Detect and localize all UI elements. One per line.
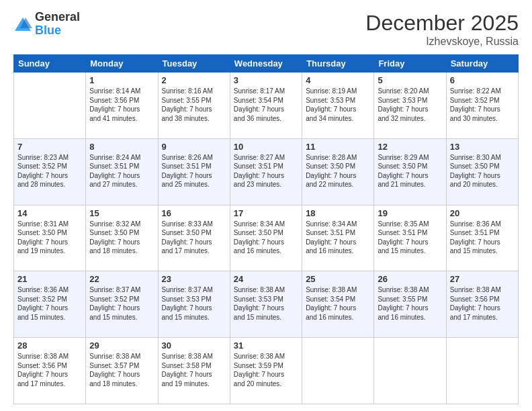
title-block: December 2025 Izhevskoye, Russia — [365, 11, 519, 48]
day-info: Sunrise: 8:26 AM Sunset: 3:51 PM Dayligh… — [162, 153, 226, 189]
header: General Blue December 2025 Izhevskoye, R… — [13, 11, 519, 48]
day-number: 27 — [450, 274, 515, 284]
day-number: 30 — [162, 340, 226, 351]
month-title: December 2025 — [365, 11, 519, 36]
day-info: Sunrise: 8:38 AM Sunset: 3:57 PM Dayligh… — [89, 352, 154, 388]
day-number: 9 — [162, 142, 226, 152]
day-info: Sunrise: 8:38 AM Sunset: 3:58 PM Dayligh… — [162, 352, 226, 388]
day-number: 13 — [450, 142, 515, 152]
day-number: 28 — [17, 340, 82, 351]
day-number: 24 — [234, 274, 298, 284]
calendar-cell: 28Sunrise: 8:38 AM Sunset: 3:56 PM Dayli… — [14, 338, 86, 404]
day-number: 6 — [450, 75, 515, 85]
day-number: 17 — [234, 208, 298, 218]
calendar-cell: 23Sunrise: 8:37 AM Sunset: 3:53 PM Dayli… — [158, 271, 230, 338]
calendar-table: SundayMondayTuesdayWednesdayThursdayFrid… — [13, 54, 519, 404]
weekday-wednesday: Wednesday — [230, 55, 302, 73]
calendar-cell: 3Sunrise: 8:17 AM Sunset: 3:54 PM Daylig… — [230, 73, 302, 139]
day-number: 14 — [17, 208, 82, 218]
calendar-cell — [446, 338, 518, 404]
calendar-cell: 2Sunrise: 8:16 AM Sunset: 3:55 PM Daylig… — [158, 73, 230, 139]
week-row-3: 14Sunrise: 8:31 AM Sunset: 3:50 PM Dayli… — [14, 205, 519, 271]
location-title: Izhevskoye, Russia — [365, 36, 519, 48]
calendar-cell: 14Sunrise: 8:31 AM Sunset: 3:50 PM Dayli… — [14, 205, 86, 271]
day-number: 12 — [378, 142, 442, 152]
logo-text: General Blue — [35, 11, 80, 38]
calendar-cell: 6Sunrise: 8:22 AM Sunset: 3:52 PM Daylig… — [446, 73, 518, 139]
calendar-cell: 7Sunrise: 8:23 AM Sunset: 3:52 PM Daylig… — [14, 138, 86, 205]
day-number: 3 — [234, 75, 298, 85]
day-number: 18 — [306, 208, 370, 218]
calendar-cell: 4Sunrise: 8:19 AM Sunset: 3:53 PM Daylig… — [302, 73, 374, 139]
calendar-cell: 22Sunrise: 8:37 AM Sunset: 3:52 PM Dayli… — [86, 271, 158, 338]
calendar-cell — [374, 338, 446, 404]
calendar-cell: 10Sunrise: 8:27 AM Sunset: 3:51 PM Dayli… — [230, 138, 302, 205]
calendar-cell: 8Sunrise: 8:24 AM Sunset: 3:51 PM Daylig… — [86, 138, 158, 205]
calendar-cell: 12Sunrise: 8:29 AM Sunset: 3:50 PM Dayli… — [374, 138, 446, 205]
day-info: Sunrise: 8:35 AM Sunset: 3:51 PM Dayligh… — [378, 220, 442, 256]
day-number: 10 — [234, 142, 298, 152]
calendar-cell: 27Sunrise: 8:38 AM Sunset: 3:56 PM Dayli… — [446, 271, 518, 338]
calendar-cell: 31Sunrise: 8:38 AM Sunset: 3:59 PM Dayli… — [230, 338, 302, 404]
calendar-cell: 19Sunrise: 8:35 AM Sunset: 3:51 PM Dayli… — [374, 205, 446, 271]
day-info: Sunrise: 8:34 AM Sunset: 3:50 PM Dayligh… — [234, 220, 298, 256]
day-info: Sunrise: 8:19 AM Sunset: 3:53 PM Dayligh… — [306, 87, 370, 123]
day-number: 15 — [89, 208, 154, 218]
calendar-cell — [14, 73, 86, 139]
day-info: Sunrise: 8:16 AM Sunset: 3:55 PM Dayligh… — [162, 87, 226, 123]
weekday-friday: Friday — [374, 55, 446, 73]
calendar-cell: 26Sunrise: 8:38 AM Sunset: 3:55 PM Dayli… — [374, 271, 446, 338]
calendar-cell: 21Sunrise: 8:36 AM Sunset: 3:52 PM Dayli… — [14, 271, 86, 338]
weekday-saturday: Saturday — [446, 55, 518, 73]
logo-blue: Blue — [35, 24, 80, 38]
day-info: Sunrise: 8:37 AM Sunset: 3:53 PM Dayligh… — [162, 285, 226, 322]
day-info: Sunrise: 8:38 AM Sunset: 3:56 PM Dayligh… — [450, 285, 515, 322]
week-row-2: 7Sunrise: 8:23 AM Sunset: 3:52 PM Daylig… — [14, 138, 519, 205]
day-info: Sunrise: 8:36 AM Sunset: 3:51 PM Dayligh… — [450, 220, 515, 256]
day-number: 25 — [306, 274, 370, 284]
week-row-1: 1Sunrise: 8:14 AM Sunset: 3:56 PM Daylig… — [14, 73, 519, 139]
day-number: 22 — [89, 274, 154, 284]
day-number: 29 — [89, 340, 154, 351]
weekday-sunday: Sunday — [14, 55, 86, 73]
day-info: Sunrise: 8:29 AM Sunset: 3:50 PM Dayligh… — [378, 153, 442, 189]
day-number: 8 — [89, 142, 154, 152]
logo-general: General — [35, 11, 80, 24]
day-info: Sunrise: 8:20 AM Sunset: 3:53 PM Dayligh… — [378, 87, 442, 123]
day-number: 23 — [162, 274, 226, 284]
calendar-cell: 11Sunrise: 8:28 AM Sunset: 3:50 PM Dayli… — [302, 138, 374, 205]
day-info: Sunrise: 8:33 AM Sunset: 3:50 PM Dayligh… — [162, 220, 226, 256]
logo-icon — [13, 15, 32, 34]
day-number: 21 — [17, 274, 82, 284]
day-info: Sunrise: 8:32 AM Sunset: 3:50 PM Dayligh… — [89, 220, 154, 256]
weekday-thursday: Thursday — [302, 55, 374, 73]
page: General Blue December 2025 Izhevskoye, R… — [0, 0, 532, 411]
day-number: 4 — [306, 75, 370, 85]
day-info: Sunrise: 8:28 AM Sunset: 3:50 PM Dayligh… — [306, 153, 370, 189]
calendar-cell: 15Sunrise: 8:32 AM Sunset: 3:50 PM Dayli… — [86, 205, 158, 271]
day-number: 1 — [89, 75, 154, 85]
day-info: Sunrise: 8:38 AM Sunset: 3:59 PM Dayligh… — [234, 352, 298, 388]
day-number: 26 — [378, 274, 442, 284]
calendar-cell: 20Sunrise: 8:36 AM Sunset: 3:51 PM Dayli… — [446, 205, 518, 271]
calendar-cell: 24Sunrise: 8:38 AM Sunset: 3:53 PM Dayli… — [230, 271, 302, 338]
day-info: Sunrise: 8:37 AM Sunset: 3:52 PM Dayligh… — [89, 285, 154, 322]
day-info: Sunrise: 8:24 AM Sunset: 3:51 PM Dayligh… — [89, 153, 154, 189]
day-number: 5 — [378, 75, 442, 85]
calendar-cell — [302, 338, 374, 404]
calendar-cell: 25Sunrise: 8:38 AM Sunset: 3:54 PM Dayli… — [302, 271, 374, 338]
day-number: 20 — [450, 208, 515, 218]
day-info: Sunrise: 8:38 AM Sunset: 3:56 PM Dayligh… — [17, 352, 82, 388]
calendar-cell: 30Sunrise: 8:38 AM Sunset: 3:58 PM Dayli… — [158, 338, 230, 404]
calendar-cell: 18Sunrise: 8:34 AM Sunset: 3:51 PM Dayli… — [302, 205, 374, 271]
logo: General Blue — [13, 11, 80, 38]
calendar-cell: 9Sunrise: 8:26 AM Sunset: 3:51 PM Daylig… — [158, 138, 230, 205]
week-row-4: 21Sunrise: 8:36 AM Sunset: 3:52 PM Dayli… — [14, 271, 519, 338]
weekday-header-row: SundayMondayTuesdayWednesdayThursdayFrid… — [14, 55, 519, 73]
day-info: Sunrise: 8:14 AM Sunset: 3:56 PM Dayligh… — [89, 87, 154, 123]
calendar-cell: 13Sunrise: 8:30 AM Sunset: 3:50 PM Dayli… — [446, 138, 518, 205]
day-info: Sunrise: 8:23 AM Sunset: 3:52 PM Dayligh… — [17, 153, 82, 189]
calendar-cell: 1Sunrise: 8:14 AM Sunset: 3:56 PM Daylig… — [86, 73, 158, 139]
weekday-monday: Monday — [86, 55, 158, 73]
day-info: Sunrise: 8:38 AM Sunset: 3:54 PM Dayligh… — [306, 285, 370, 322]
